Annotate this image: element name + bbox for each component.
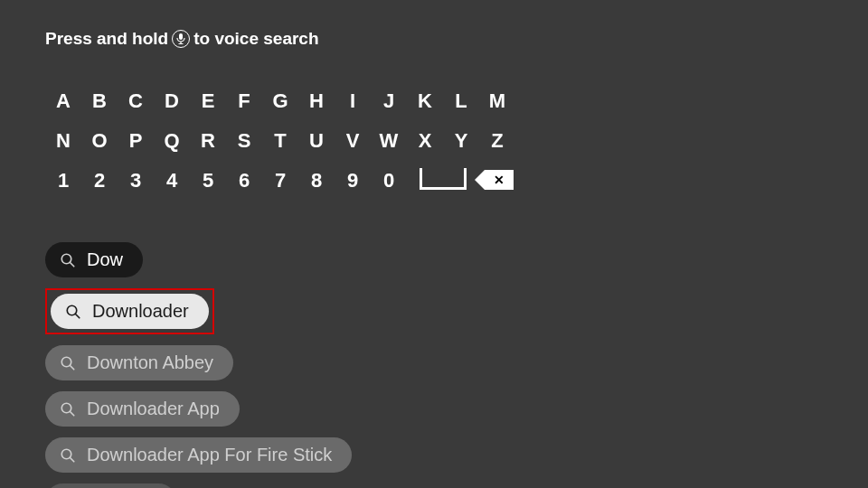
keyboard-key-5[interactable]: 5 [190,164,226,197]
keyboard-key-p[interactable]: P [118,125,154,157]
svg-line-4 [70,262,74,267]
keyboard-key-v[interactable]: V [335,125,371,157]
keyboard-key-6[interactable]: 6 [226,164,262,197]
suggestion-label: Downloader [92,301,189,322]
suggestion-item[interactable]: Downloader App For Fire Stick [45,437,352,473]
search-icon [60,447,76,464]
keyboard-key-f[interactable]: F [226,85,262,117]
keyboard-key-h[interactable]: H [298,85,335,117]
svg-line-10 [70,411,74,416]
keyboard-key-8[interactable]: 8 [298,164,335,197]
svg-line-12 [70,457,74,462]
keyboard-key-q[interactable]: Q [154,125,190,157]
search-icon [60,401,76,418]
svg-line-6 [75,314,80,318]
keyboard-key-r[interactable]: R [190,125,226,157]
keyboard-space-key[interactable] [420,168,467,190]
keyboard-key-n[interactable]: N [45,125,81,157]
keyboard-key-3[interactable]: 3 [118,164,154,197]
keyboard-key-k[interactable]: K [407,85,443,117]
keyboard-key-0[interactable]: 0 [371,164,407,197]
keyboard-key-7[interactable]: 7 [262,164,298,197]
keyboard-key-x[interactable]: X [407,125,443,157]
keyboard-key-u[interactable]: U [298,125,335,157]
keyboard-row-3: 1234567890✕ [45,164,823,197]
keyboard-key-m[interactable]: M [479,85,515,117]
keyboard-key-e[interactable]: E [190,85,226,117]
hint-text-after: to voice search [193,29,318,49]
search-suggestions: DowDownloaderDownton AbbeyDownloader App… [45,242,823,488]
suggestion-item[interactable]: Downloader App [45,391,240,427]
search-icon [65,304,81,320]
keyboard-key-c[interactable]: C [118,85,154,117]
keyboard-backspace-key[interactable]: ✕ [485,170,514,190]
keyboard-key-j[interactable]: J [371,85,407,117]
keyboard-key-9[interactable]: 9 [335,164,371,197]
keyboard-key-o[interactable]: O [81,125,118,157]
svg-rect-0 [179,33,183,40]
onscreen-keyboard: ABCDEFGHIJKLM NOPQRSTUVWXYZ 1234567890✕ [45,85,823,197]
hint-text-before: Press and hold [45,29,168,49]
keyboard-key-l[interactable]: L [443,85,479,117]
suggestion-label: Downloader App [87,399,220,419]
keyboard-key-g[interactable]: G [262,85,298,117]
suggestion-item[interactable]: Dow [45,242,143,277]
search-icon [60,252,76,268]
suggestion-label: Downton Abbey [87,352,213,373]
keyboard-key-i[interactable]: I [335,85,371,117]
keyboard-key-b[interactable]: B [81,85,118,117]
selection-highlight: Downloader [45,288,214,334]
keyboard-key-s[interactable]: S [226,125,262,157]
svg-rect-2 [179,43,184,44]
suggestion-item[interactable]: Downton Abbey [45,345,233,380]
keyboard-key-d[interactable]: D [154,85,190,117]
svg-line-8 [70,365,74,370]
suggestion-item[interactable]: Downloader [51,294,209,329]
keyboard-row-1: ABCDEFGHIJKLM [45,85,823,117]
suggestion-item[interactable]: Downfall [45,483,176,488]
keyboard-key-2[interactable]: 2 [81,164,118,197]
keyboard-key-1[interactable]: 1 [45,164,81,197]
suggestion-label: Downloader App For Fire Stick [87,445,332,465]
microphone-icon [172,30,190,48]
keyboard-key-w[interactable]: W [371,125,407,157]
backspace-x-icon: ✕ [494,174,505,186]
keyboard-row-2: NOPQRSTUVWXYZ [45,125,823,157]
suggestion-label: Dow [87,249,123,270]
search-icon [60,355,76,371]
keyboard-key-z[interactable]: Z [479,125,515,157]
voice-search-hint: Press and hold to voice search [45,29,823,49]
keyboard-key-y[interactable]: Y [443,125,479,157]
keyboard-key-4[interactable]: 4 [154,164,190,197]
keyboard-key-t[interactable]: T [262,125,298,157]
keyboard-key-a[interactable]: A [45,85,81,117]
